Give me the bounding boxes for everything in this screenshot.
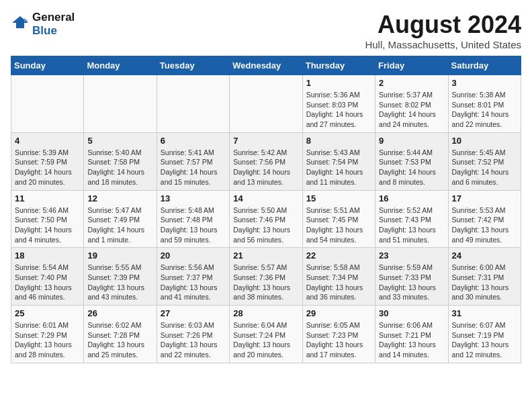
header-cell-tuesday: Tuesday	[157, 56, 229, 75]
header-cell-thursday: Thursday	[302, 56, 375, 75]
week-row-1: 1Sunrise: 5:36 AM Sunset: 8:03 PM Daylig…	[11, 75, 521, 133]
day-cell: 4Sunrise: 5:39 AM Sunset: 7:59 PM Daylig…	[11, 132, 84, 190]
day-number: 6	[161, 136, 226, 146]
day-info: Sunrise: 6:01 AM Sunset: 7:29 PM Dayligh…	[15, 320, 80, 360]
week-row-2: 4Sunrise: 5:39 AM Sunset: 7:59 PM Daylig…	[11, 132, 521, 190]
day-cell: 8Sunrise: 5:43 AM Sunset: 7:54 PM Daylig…	[302, 132, 375, 190]
logo: General Blue	[11, 11, 75, 37]
day-number: 9	[379, 136, 444, 146]
day-info: Sunrise: 5:59 AM Sunset: 7:33 PM Dayligh…	[379, 263, 444, 302]
day-cell: 25Sunrise: 6:01 AM Sunset: 7:29 PM Dayli…	[11, 306, 84, 363]
day-cell: 5Sunrise: 5:40 AM Sunset: 7:58 PM Daylig…	[84, 132, 157, 190]
day-info: Sunrise: 5:54 AM Sunset: 7:40 PM Dayligh…	[15, 263, 80, 302]
day-cell	[84, 75, 157, 133]
day-info: Sunrise: 5:56 AM Sunset: 7:37 PM Dayligh…	[161, 263, 226, 302]
day-cell: 7Sunrise: 5:42 AM Sunset: 7:56 PM Daylig…	[230, 132, 302, 190]
day-number: 19	[87, 250, 152, 261]
header: General Blue August 2024 Hull, Massachus…	[11, 11, 521, 50]
day-cell: 3Sunrise: 5:38 AM Sunset: 8:01 PM Daylig…	[448, 75, 521, 133]
header-cell-saturday: Saturday	[448, 56, 521, 75]
day-number: 12	[87, 193, 152, 203]
day-cell: 29Sunrise: 6:05 AM Sunset: 7:23 PM Dayli…	[302, 306, 375, 363]
day-info: Sunrise: 6:07 AM Sunset: 7:19 PM Dayligh…	[452, 320, 517, 360]
day-info: Sunrise: 6:05 AM Sunset: 7:23 PM Dayligh…	[306, 320, 371, 360]
day-cell: 12Sunrise: 5:47 AM Sunset: 7:49 PM Dayli…	[84, 190, 157, 248]
day-number: 17	[452, 193, 517, 203]
day-info: Sunrise: 5:39 AM Sunset: 7:59 PM Dayligh…	[15, 148, 80, 187]
day-number: 16	[379, 193, 444, 203]
day-number: 27	[161, 308, 226, 318]
day-number: 20	[161, 250, 226, 261]
day-info: Sunrise: 5:42 AM Sunset: 7:56 PM Dayligh…	[233, 148, 298, 187]
day-cell: 19Sunrise: 5:55 AM Sunset: 7:39 PM Dayli…	[84, 248, 157, 306]
day-cell: 30Sunrise: 6:06 AM Sunset: 7:21 PM Dayli…	[375, 306, 448, 363]
day-number: 30	[379, 308, 444, 318]
day-number: 21	[233, 250, 298, 261]
day-number: 14	[233, 193, 298, 203]
day-cell: 20Sunrise: 5:56 AM Sunset: 7:37 PM Dayli…	[157, 248, 229, 306]
day-number: 4	[15, 136, 80, 146]
day-info: Sunrise: 5:53 AM Sunset: 7:42 PM Dayligh…	[452, 205, 517, 245]
day-number: 29	[306, 308, 371, 318]
header-cell-wednesday: Wednesday	[230, 56, 302, 75]
day-cell: 24Sunrise: 6:00 AM Sunset: 7:31 PM Dayli…	[448, 248, 521, 306]
title-area: August 2024 Hull, Massachusetts, United …	[365, 11, 521, 50]
day-number: 18	[15, 250, 80, 261]
day-info: Sunrise: 6:04 AM Sunset: 7:24 PM Dayligh…	[233, 320, 298, 360]
day-cell: 6Sunrise: 5:41 AM Sunset: 7:57 PM Daylig…	[157, 132, 229, 190]
day-number: 22	[306, 250, 371, 261]
week-row-3: 11Sunrise: 5:46 AM Sunset: 7:50 PM Dayli…	[11, 190, 521, 248]
day-cell: 17Sunrise: 5:53 AM Sunset: 7:42 PM Dayli…	[448, 190, 521, 248]
logo-icon	[11, 15, 30, 34]
day-cell: 14Sunrise: 5:50 AM Sunset: 7:46 PM Dayli…	[230, 190, 302, 248]
svg-marker-0	[12, 16, 28, 28]
svg-marker-1	[24, 18, 28, 21]
day-info: Sunrise: 6:06 AM Sunset: 7:21 PM Dayligh…	[379, 320, 444, 360]
day-number: 5	[87, 136, 152, 146]
day-cell	[230, 75, 302, 133]
day-cell: 10Sunrise: 5:45 AM Sunset: 7:52 PM Dayli…	[448, 132, 521, 190]
day-number: 15	[306, 193, 371, 203]
day-number: 1	[306, 78, 371, 88]
day-cell: 2Sunrise: 5:37 AM Sunset: 8:02 PM Daylig…	[375, 75, 448, 133]
day-info: Sunrise: 5:41 AM Sunset: 7:57 PM Dayligh…	[161, 148, 226, 187]
day-cell: 18Sunrise: 5:54 AM Sunset: 7:40 PM Dayli…	[11, 248, 84, 306]
day-cell: 16Sunrise: 5:52 AM Sunset: 7:43 PM Dayli…	[375, 190, 448, 248]
header-cell-monday: Monday	[84, 56, 157, 75]
day-info: Sunrise: 5:43 AM Sunset: 7:54 PM Dayligh…	[306, 148, 371, 187]
day-number: 28	[233, 308, 298, 318]
day-number: 23	[379, 250, 444, 261]
calendar-body: 1Sunrise: 5:36 AM Sunset: 8:03 PM Daylig…	[11, 75, 521, 363]
day-cell: 28Sunrise: 6:04 AM Sunset: 7:24 PM Dayli…	[230, 306, 302, 363]
day-cell: 26Sunrise: 6:02 AM Sunset: 7:28 PM Dayli…	[84, 306, 157, 363]
day-info: Sunrise: 5:51 AM Sunset: 7:45 PM Dayligh…	[306, 205, 371, 245]
day-number: 3	[452, 78, 517, 88]
day-info: Sunrise: 5:37 AM Sunset: 8:02 PM Dayligh…	[379, 90, 444, 130]
logo-line1: General	[32, 11, 75, 24]
day-cell: 13Sunrise: 5:48 AM Sunset: 7:48 PM Dayli…	[157, 190, 229, 248]
calendar-subtitle: Hull, Massachusetts, United States	[365, 39, 521, 50]
day-info: Sunrise: 5:40 AM Sunset: 7:58 PM Dayligh…	[87, 148, 152, 187]
week-row-4: 18Sunrise: 5:54 AM Sunset: 7:40 PM Dayli…	[11, 248, 521, 306]
day-cell	[11, 75, 84, 133]
day-cell: 22Sunrise: 5:58 AM Sunset: 7:34 PM Dayli…	[302, 248, 375, 306]
day-info: Sunrise: 5:50 AM Sunset: 7:46 PM Dayligh…	[233, 205, 298, 245]
calendar-header: SundayMondayTuesdayWednesdayThursdayFrid…	[11, 56, 521, 75]
day-info: Sunrise: 5:58 AM Sunset: 7:34 PM Dayligh…	[306, 263, 371, 302]
day-info: Sunrise: 5:52 AM Sunset: 7:43 PM Dayligh…	[379, 205, 444, 245]
header-cell-friday: Friday	[375, 56, 448, 75]
day-number: 25	[15, 308, 80, 318]
day-number: 26	[87, 308, 152, 318]
day-info: Sunrise: 6:02 AM Sunset: 7:28 PM Dayligh…	[87, 320, 152, 360]
day-info: Sunrise: 5:57 AM Sunset: 7:36 PM Dayligh…	[233, 263, 298, 302]
day-cell: 21Sunrise: 5:57 AM Sunset: 7:36 PM Dayli…	[230, 248, 302, 306]
header-cell-sunday: Sunday	[11, 56, 84, 75]
day-cell: 9Sunrise: 5:44 AM Sunset: 7:53 PM Daylig…	[375, 132, 448, 190]
day-cell: 23Sunrise: 5:59 AM Sunset: 7:33 PM Dayli…	[375, 248, 448, 306]
calendar-title: August 2024	[365, 11, 521, 39]
day-number: 13	[161, 193, 226, 203]
day-info: Sunrise: 5:55 AM Sunset: 7:39 PM Dayligh…	[87, 263, 152, 302]
day-info: Sunrise: 5:44 AM Sunset: 7:53 PM Dayligh…	[379, 148, 444, 187]
day-cell: 11Sunrise: 5:46 AM Sunset: 7:50 PM Dayli…	[11, 190, 84, 248]
header-row: SundayMondayTuesdayWednesdayThursdayFrid…	[11, 56, 521, 75]
